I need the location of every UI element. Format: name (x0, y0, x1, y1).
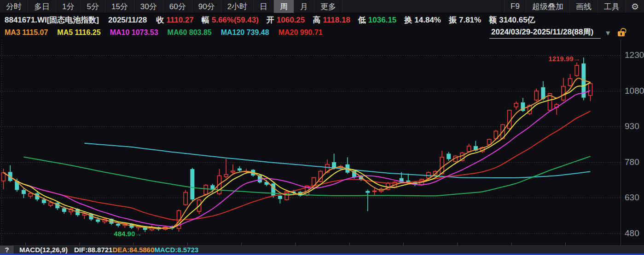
toolbar-spacer (342, 0, 504, 13)
tab-intraday[interactable]: 分时 (0, 0, 28, 13)
symbol-title: 8841671.WI[固态电池指数] (5, 15, 99, 25)
ma5-value: 1116.25 (75, 28, 101, 36)
unlock-icon[interactable] (618, 31, 625, 36)
ma20-label: MA20 (278, 28, 298, 36)
open-label: 开 (267, 15, 274, 25)
open-value: 1060.25 (277, 16, 305, 25)
low-label: 低 (358, 15, 366, 25)
change-value: 5.66%(59.43) (212, 16, 259, 25)
price-axis-label: 930 (625, 121, 639, 131)
tab-weekly[interactable]: 周 (274, 0, 294, 13)
amount-label: 额 (489, 15, 497, 25)
price-axis-label: 780 (625, 157, 639, 167)
button-super-overlay[interactable]: 超级叠加 (526, 0, 569, 13)
ma-legend-bar: MA3 1115.07 MA5 1116.25 MA10 1073.53 MA6… (0, 26, 644, 39)
dea-value: DEA:84.5860 (112, 246, 154, 254)
candlestick-chart[interactable] (0, 40, 621, 245)
tab-1min[interactable]: 1分 (56, 0, 81, 13)
tab-monthly[interactable]: 月 (294, 0, 314, 13)
turnover-label: 换 (404, 15, 412, 25)
macd-indicator-name[interactable]: MACD(12,26,9) (19, 246, 68, 254)
period-toolbar: 分时 多日 1分 5分 15分 30分 60分 90分 2小时 日 周 月 更多… (0, 0, 644, 13)
close-value: 1110.27 (166, 16, 194, 25)
stock-chart-app: 分时 多日 1分 5分 15分 30分 60分 90分 2小时 日 周 月 更多… (0, 0, 644, 255)
quote-info-bar: 8841671.WI[固态电池指数] 2025/11/28 收1110.27 幅… (0, 14, 644, 26)
chart-region: 1219.99→ 484.90→ 12301080930780630480 (0, 40, 644, 245)
button-draw-line[interactable]: 画线 (569, 0, 598, 13)
ma10-label: MA10 (110, 28, 130, 36)
turnover-value: 14.84% (414, 16, 441, 25)
ma3-label: MA3 (5, 28, 20, 36)
change-label: 幅 (202, 15, 209, 25)
trade-date: 2025/11/28 (108, 16, 147, 25)
tab-2hour[interactable]: 2小时 (221, 0, 254, 13)
ma60-value: 803.85 (189, 28, 212, 36)
high-value: 1118.18 (323, 16, 350, 25)
dif-value: DIF:88.8721 (74, 246, 112, 254)
macd-value: MACD:8.5723 (154, 246, 198, 254)
visible-range-row: 2024/03/29-2025/11/28(88周) ▼ (489, 28, 625, 38)
high-label: 高 (313, 15, 320, 25)
price-axis-label: 1080 (625, 86, 644, 96)
tab-30min[interactable]: 30分 (134, 0, 163, 13)
ma120-label: MA120 (221, 28, 245, 36)
ma60-label: MA60 (168, 28, 187, 36)
tab-90min[interactable]: 90分 (192, 0, 221, 13)
visible-range-selector[interactable]: 2024/03/29-2025/11/28(88周) (489, 27, 601, 39)
ma120-value: 739.48 (247, 28, 269, 36)
ma20-value: 990.71 (300, 28, 323, 36)
tab-5min[interactable]: 5分 (81, 0, 105, 13)
amplitude-value: 7.81% (459, 16, 481, 25)
macd-status-bar: ? MACD(12,26,9) DIF:88.8721 DEA:84.5860 … (0, 246, 644, 254)
button-f9[interactable]: F9 (504, 0, 526, 13)
high-price-annotation: 1219.99→ (549, 55, 580, 62)
price-axis-label: 1230 (625, 50, 644, 60)
tab-multiday[interactable]: 多日 (28, 0, 56, 13)
chevron-down-icon[interactable]: ▼ (604, 29, 611, 37)
tab-60min[interactable]: 60分 (163, 0, 192, 13)
help-icon[interactable]: ? (0, 246, 14, 254)
toolbar-right-group: F9 超级叠加 画线 工具 ⚙ (504, 0, 644, 13)
price-axis-label: 480 (625, 228, 639, 238)
close-label: 收 (156, 15, 164, 25)
button-tools[interactable]: 工具 (598, 0, 626, 13)
ma3-value: 1115.07 (22, 28, 48, 36)
price-axis-line (621, 40, 621, 254)
ma5-label: MA5 (57, 28, 73, 36)
settings-gear-icon[interactable]: ⚙ (626, 0, 644, 13)
ma10-value: 1073.53 (132, 28, 158, 36)
price-axis-label: 630 (625, 193, 639, 203)
tab-more[interactable]: 更多 (314, 0, 342, 13)
amount-value: 3140.65亿 (499, 15, 535, 25)
amplitude-label: 振 (449, 15, 457, 25)
low-value: 1036.15 (368, 16, 396, 25)
tab-15min[interactable]: 15分 (105, 0, 134, 13)
low-price-annotation: 484.90→ (114, 229, 142, 237)
tab-daily[interactable]: 日 (254, 0, 274, 13)
